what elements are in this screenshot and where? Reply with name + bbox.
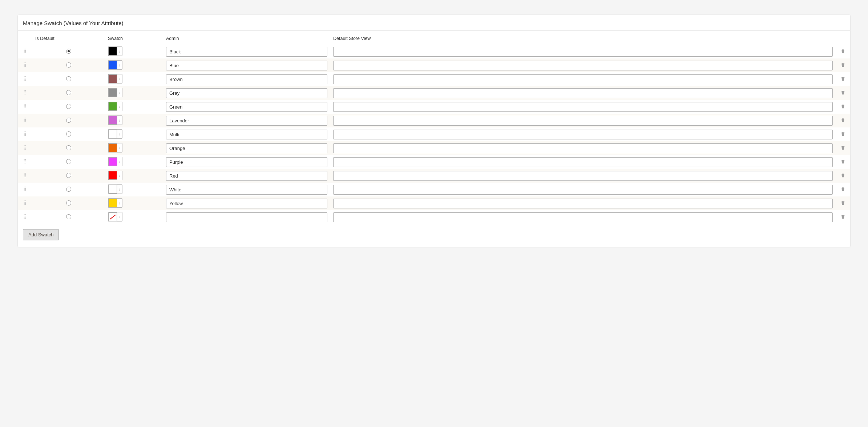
swatch-color-box[interactable] xyxy=(108,171,117,180)
swatch-picker[interactable]: ↓ xyxy=(108,115,122,125)
swatch-dropdown-icon[interactable]: ↓ xyxy=(117,157,122,166)
swatch-dropdown-icon[interactable]: ↓ xyxy=(117,185,122,194)
swatch-picker[interactable]: ↓ xyxy=(108,60,122,70)
swatch-picker[interactable]: ↓ xyxy=(108,212,122,221)
is-default-radio[interactable] xyxy=(66,131,71,137)
admin-input[interactable] xyxy=(166,116,327,126)
drag-handle-icon[interactable] xyxy=(23,160,27,166)
store-view-input[interactable] xyxy=(333,212,833,222)
is-default-radio[interactable] xyxy=(66,200,71,206)
is-default-radio[interactable] xyxy=(66,187,71,192)
swatch-color-box[interactable] xyxy=(108,47,117,56)
admin-input[interactable] xyxy=(166,47,327,57)
store-view-input[interactable] xyxy=(333,74,833,84)
store-view-input[interactable] xyxy=(333,185,833,195)
swatch-color-box[interactable] xyxy=(108,61,117,69)
is-default-radio[interactable] xyxy=(66,76,71,81)
is-default-radio[interactable] xyxy=(66,159,71,164)
swatch-picker[interactable]: ↓ xyxy=(108,88,122,97)
admin-input[interactable] xyxy=(166,88,327,98)
drag-handle-icon[interactable] xyxy=(23,133,27,138)
swatch-picker[interactable]: ↓ xyxy=(108,157,122,166)
swatch-dropdown-icon[interactable]: ↓ xyxy=(117,130,122,138)
swatch-color-box[interactable] xyxy=(108,199,117,207)
is-default-radio[interactable] xyxy=(66,145,71,150)
swatch-picker[interactable]: ↓ xyxy=(108,198,122,208)
swatch-dropdown-icon[interactable]: ↓ xyxy=(117,143,122,152)
delete-row-icon[interactable] xyxy=(840,159,845,164)
store-view-input[interactable] xyxy=(333,102,833,112)
swatch-picker[interactable]: ↓ xyxy=(108,143,122,152)
drag-handle-icon[interactable] xyxy=(23,216,27,221)
is-default-radio[interactable] xyxy=(66,173,71,178)
delete-row-icon[interactable] xyxy=(840,131,845,137)
drag-handle-icon[interactable] xyxy=(23,188,27,193)
swatch-dropdown-icon[interactable]: ↓ xyxy=(117,102,122,111)
store-view-input[interactable] xyxy=(333,157,833,167)
drag-handle-icon[interactable] xyxy=(23,202,27,207)
swatch-picker[interactable]: ↓ xyxy=(108,129,122,139)
swatch-color-box[interactable] xyxy=(108,212,117,221)
delete-row-icon[interactable] xyxy=(840,214,845,220)
swatch-dropdown-icon[interactable]: ↓ xyxy=(117,116,122,125)
store-view-input[interactable] xyxy=(333,47,833,57)
swatch-dropdown-icon[interactable]: ↓ xyxy=(117,88,122,97)
store-view-input[interactable] xyxy=(333,116,833,126)
swatch-color-box[interactable] xyxy=(108,74,117,83)
delete-row-icon[interactable] xyxy=(840,186,845,192)
store-view-input[interactable] xyxy=(333,199,833,208)
swatch-picker[interactable]: ↓ xyxy=(108,46,122,56)
swatch-color-box[interactable] xyxy=(108,130,117,138)
is-default-radio[interactable] xyxy=(66,49,71,54)
delete-row-icon[interactable] xyxy=(840,200,845,206)
is-default-radio[interactable] xyxy=(66,104,71,109)
drag-handle-icon[interactable] xyxy=(23,78,27,83)
swatch-dropdown-icon[interactable]: ↓ xyxy=(117,199,122,207)
swatch-picker[interactable]: ↓ xyxy=(108,102,122,111)
delete-row-icon[interactable] xyxy=(840,103,845,109)
admin-input[interactable] xyxy=(166,212,327,222)
delete-row-icon[interactable] xyxy=(840,145,845,151)
store-view-input[interactable] xyxy=(333,61,833,70)
swatch-dropdown-icon[interactable]: ↓ xyxy=(117,171,122,180)
admin-input[interactable] xyxy=(166,171,327,181)
delete-row-icon[interactable] xyxy=(840,90,845,95)
admin-input[interactable] xyxy=(166,102,327,112)
swatch-dropdown-icon[interactable]: ↓ xyxy=(117,61,122,69)
delete-row-icon[interactable] xyxy=(840,62,845,68)
swatch-dropdown-icon[interactable]: ↓ xyxy=(117,74,122,83)
admin-input[interactable] xyxy=(166,185,327,195)
store-view-input[interactable] xyxy=(333,171,833,181)
swatch-color-box[interactable] xyxy=(108,116,117,125)
is-default-radio[interactable] xyxy=(66,90,71,95)
admin-input[interactable] xyxy=(166,61,327,70)
drag-handle-icon[interactable] xyxy=(23,147,27,152)
swatch-color-box[interactable] xyxy=(108,143,117,152)
drag-handle-icon[interactable] xyxy=(23,174,27,179)
swatch-picker[interactable]: ↓ xyxy=(108,171,122,180)
swatch-dropdown-icon[interactable]: ↓ xyxy=(117,47,122,56)
admin-input[interactable] xyxy=(166,157,327,167)
delete-row-icon[interactable] xyxy=(840,48,845,54)
drag-handle-icon[interactable] xyxy=(23,119,27,124)
store-view-input[interactable] xyxy=(333,143,833,153)
delete-row-icon[interactable] xyxy=(840,76,845,82)
is-default-radio[interactable] xyxy=(66,118,71,123)
is-default-radio[interactable] xyxy=(66,214,71,219)
swatch-color-box[interactable] xyxy=(108,102,117,111)
store-view-input[interactable] xyxy=(333,130,833,139)
swatch-dropdown-icon[interactable]: ↓ xyxy=(117,212,122,221)
swatch-color-box[interactable] xyxy=(108,185,117,194)
admin-input[interactable] xyxy=(166,199,327,208)
swatch-color-box[interactable] xyxy=(108,88,117,97)
swatch-picker[interactable]: ↓ xyxy=(108,184,122,194)
admin-input[interactable] xyxy=(166,74,327,84)
admin-input[interactable] xyxy=(166,130,327,139)
swatch-picker[interactable]: ↓ xyxy=(108,74,122,84)
delete-row-icon[interactable] xyxy=(840,117,845,123)
drag-handle-icon[interactable] xyxy=(23,92,27,97)
swatch-color-box[interactable] xyxy=(108,157,117,166)
delete-row-icon[interactable] xyxy=(840,172,845,178)
drag-handle-icon[interactable] xyxy=(23,50,27,55)
admin-input[interactable] xyxy=(166,143,327,153)
